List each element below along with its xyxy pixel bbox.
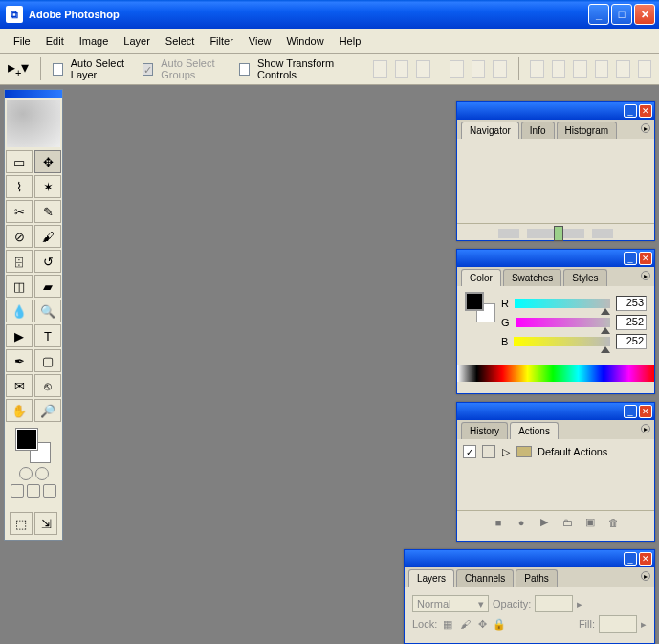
actions-flyout-button[interactable]: ▸	[641, 424, 650, 433]
actions-panel-titlebar[interactable]: _ ✕	[457, 403, 654, 420]
tab-swatches[interactable]: Swatches	[503, 269, 561, 286]
align-hcenter-button[interactable]	[472, 60, 485, 78]
color-panel-titlebar[interactable]: _ ✕	[457, 250, 654, 267]
lasso-tool[interactable]: ⌇	[6, 175, 33, 198]
b-value[interactable]: 252	[616, 334, 647, 349]
menu-help[interactable]: Help	[332, 32, 369, 51]
navigator-panel-titlebar[interactable]: _ ✕	[457, 102, 654, 120]
r-slider[interactable]	[515, 299, 610, 308]
magic-wand-tool[interactable]: ✶	[34, 175, 61, 198]
zoom-in-icon[interactable]	[592, 229, 613, 238]
menu-window[interactable]: Window	[279, 32, 332, 51]
pen-tool[interactable]: ✒	[6, 349, 33, 372]
foreground-color-swatch[interactable]	[16, 429, 37, 450]
tab-history[interactable]: History	[461, 422, 508, 439]
action-dialog-checkbox[interactable]	[482, 445, 495, 458]
color-flyout-button[interactable]: ▸	[641, 271, 650, 280]
menu-view[interactable]: View	[241, 32, 279, 51]
layers-minimize-button[interactable]: _	[624, 552, 637, 566]
color-fgbg-swatch[interactable]	[465, 292, 495, 322]
tab-actions[interactable]: Actions	[510, 422, 559, 439]
stop-action-button[interactable]: ■	[492, 516, 505, 529]
tab-styles[interactable]: Styles	[563, 269, 606, 286]
delete-action-button[interactable]: 🗑	[606, 516, 620, 529]
maximize-button[interactable]: □	[611, 4, 632, 25]
gradient-tool[interactable]: ▰	[34, 275, 61, 298]
menu-filter[interactable]: Filter	[202, 32, 240, 51]
record-action-button[interactable]: ●	[515, 516, 528, 529]
screen-standard-button[interactable]	[11, 484, 24, 498]
history-brush-tool[interactable]: ↺	[34, 250, 61, 273]
distribute-left-button[interactable]	[595, 60, 608, 78]
brush-tool[interactable]: 🖌	[34, 225, 61, 248]
slice-tool[interactable]: ✎	[34, 200, 61, 223]
zoom-slider[interactable]	[527, 229, 584, 238]
tab-info[interactable]: Info	[521, 122, 555, 139]
b-slider[interactable]	[514, 337, 610, 346]
navigator-minimize-button[interactable]: _	[624, 104, 637, 118]
navigator-flyout-button[interactable]: ▸	[641, 123, 650, 133]
layers-close-button[interactable]: ✕	[639, 552, 652, 566]
eyedropper-tool[interactable]: ⎋	[34, 374, 61, 397]
play-action-button[interactable]: ▶	[538, 516, 551, 529]
expand-icon[interactable]: ▷	[501, 446, 511, 458]
layers-flyout-button[interactable]: ▸	[641, 571, 650, 581]
navigator-close-button[interactable]: ✕	[639, 104, 652, 118]
align-vcenter-button[interactable]	[395, 60, 408, 78]
distribute-bottom-button[interactable]	[573, 60, 586, 78]
auto-select-layer-checkbox[interactable]	[53, 63, 63, 76]
color-close-button[interactable]: ✕	[639, 252, 652, 265]
action-set-row[interactable]: ✓ ▷ Default Actions	[461, 443, 650, 460]
move-tool-preset-icon[interactable]: ▸+▾	[8, 58, 29, 78]
g-slider[interactable]	[516, 318, 610, 327]
move-tool[interactable]: ✥	[34, 150, 61, 173]
g-value[interactable]: 252	[616, 315, 647, 330]
tab-color[interactable]: Color	[461, 269, 501, 286]
menu-edit[interactable]: Edit	[38, 32, 72, 51]
toolbox-titlebar[interactable]	[5, 90, 62, 98]
zoom-out-icon[interactable]	[498, 229, 519, 238]
color-spectrum-bar[interactable]	[457, 365, 654, 382]
notes-tool[interactable]: ✉	[6, 374, 33, 397]
screen-full-menu-button[interactable]	[27, 484, 40, 498]
align-right-button[interactable]	[493, 60, 506, 78]
menu-image[interactable]: Image	[72, 32, 117, 51]
type-tool[interactable]: T	[34, 324, 61, 347]
zoom-tool[interactable]: 🔎	[34, 399, 61, 422]
path-selection-tool[interactable]: ▶	[6, 324, 33, 347]
tab-navigator[interactable]: Navigator	[461, 122, 519, 139]
clone-stamp-tool[interactable]: ⌹	[6, 250, 33, 273]
tab-histogram[interactable]: Histogram	[557, 122, 618, 139]
actions-close-button[interactable]: ✕	[639, 405, 652, 418]
eraser-tool[interactable]: ◫	[6, 275, 33, 298]
new-set-button[interactable]: 🗀	[560, 516, 574, 529]
actions-minimize-button[interactable]: _	[624, 405, 637, 418]
crop-tool[interactable]: ✂	[6, 200, 33, 223]
layers-panel-titlebar[interactable]: _ ✕	[405, 550, 654, 567]
marquee-tool[interactable]: ▭	[6, 150, 33, 173]
screen-full-button[interactable]	[43, 484, 56, 498]
hand-tool[interactable]: ✋	[6, 399, 33, 422]
close-button[interactable]: ✕	[634, 4, 655, 25]
edit-imageready-button[interactable]: ⇲	[34, 512, 57, 535]
minimize-button[interactable]: _	[588, 4, 609, 25]
shape-tool[interactable]: ▢	[34, 349, 61, 372]
distribute-vcenter-button[interactable]	[552, 60, 565, 78]
menu-select[interactable]: Select	[158, 32, 203, 51]
menu-file[interactable]: File	[6, 32, 38, 51]
healing-brush-tool[interactable]: ⊘	[6, 225, 33, 248]
distribute-top-button[interactable]	[530, 60, 543, 78]
action-toggle-checkbox[interactable]: ✓	[463, 445, 476, 458]
r-value[interactable]: 253	[616, 296, 647, 311]
quickmask-mode-button[interactable]	[35, 467, 49, 480]
tab-channels[interactable]: Channels	[456, 569, 514, 587]
new-action-button[interactable]: ▣	[583, 516, 597, 529]
dodge-tool[interactable]: 🔍	[34, 300, 61, 322]
show-transform-checkbox[interactable]	[239, 63, 250, 76]
color-swatch[interactable]	[16, 429, 51, 463]
align-bottom-button[interactable]	[416, 60, 429, 78]
standard-mode-button[interactable]	[19, 467, 33, 480]
align-top-button[interactable]	[373, 60, 386, 78]
tab-paths[interactable]: Paths	[516, 569, 558, 587]
distribute-hcenter-button[interactable]	[616, 60, 629, 78]
